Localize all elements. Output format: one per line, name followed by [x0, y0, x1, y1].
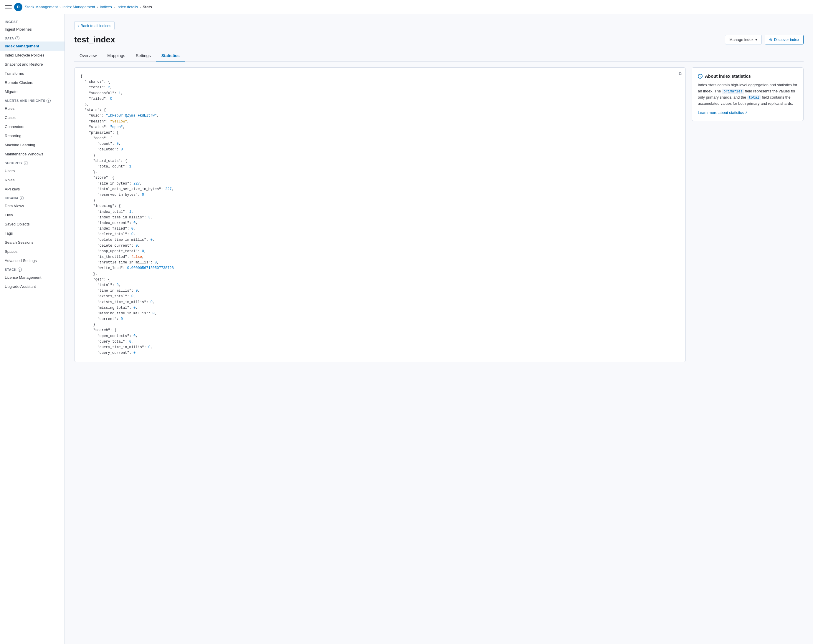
sidebar-section-stack: Stack i	[0, 265, 64, 273]
tabs: Overview Mappings Settings Statistics	[74, 50, 804, 61]
copy-icon: ⧉	[679, 71, 682, 76]
dropdown-chevron-icon: ▾	[755, 37, 757, 42]
sidebar-section-alerts: Alerts and Insights i	[0, 96, 64, 104]
page-header: test_index Manage index ▾ ⊕ Discover ind…	[74, 35, 804, 44]
primaries-code: primaries	[722, 89, 744, 94]
tab-mappings[interactable]: Mappings	[102, 50, 130, 61]
sidebar-item-advanced-settings[interactable]: Advanced Settings	[0, 256, 64, 265]
sidebar: Ingest Ingest Pipelines Data i Index Man…	[0, 14, 65, 644]
info-panel: i About index statistics Index stats con…	[692, 67, 804, 121]
breadcrumb-stack-management[interactable]: Stack Management	[25, 5, 58, 9]
sidebar-section-data: Data i	[0, 34, 64, 41]
layout: Ingest Ingest Pipelines Data i Index Man…	[0, 14, 813, 644]
json-content: { "_shards": { "total": 2, "successful":…	[80, 73, 680, 356]
manage-index-button[interactable]: Manage index ▾	[725, 35, 762, 44]
info-panel-icon: i	[698, 74, 703, 79]
sidebar-item-ingest-pipelines[interactable]: Ingest Pipelines	[0, 25, 64, 34]
sidebar-item-snapshot-restore[interactable]: Snapshot and Restore	[0, 60, 64, 69]
breadcrumb-sep-3: ›	[114, 5, 115, 9]
breadcrumb-index-details[interactable]: Index details	[117, 5, 138, 9]
back-arrow-icon: ‹	[77, 23, 79, 28]
info-panel-title: i About index statistics	[698, 73, 798, 79]
sidebar-item-transforms[interactable]: Transforms	[0, 69, 64, 78]
sidebar-item-cases[interactable]: Cases	[0, 113, 64, 122]
tab-statistics[interactable]: Statistics	[156, 50, 185, 61]
sidebar-item-files[interactable]: Files	[0, 210, 64, 220]
sidebar-section-security: Security i	[0, 159, 64, 166]
sidebar-item-index-lifecycle[interactable]: Index Lifecycle Policies	[0, 50, 64, 60]
main-content: ‹ Back to all indices test_index Manage …	[65, 14, 813, 644]
info-panel-body: Index stats contain high-level aggregati…	[698, 82, 798, 107]
sidebar-item-upgrade-assistant[interactable]: Upgrade Assistant	[0, 282, 64, 291]
learn-more-link[interactable]: Learn more about statistics ↗	[698, 110, 748, 115]
sidebar-item-license-management[interactable]: License Management	[0, 273, 64, 282]
sidebar-item-connectors[interactable]: Connectors	[0, 122, 64, 131]
breadcrumb-sep-4: ›	[140, 5, 141, 9]
sidebar-item-reporting[interactable]: Reporting	[0, 131, 64, 141]
breadcrumb-indices[interactable]: Indices	[100, 5, 112, 9]
header-actions: Manage index ▾ ⊕ Discover index	[725, 35, 804, 44]
breadcrumb-stats: Stats	[143, 5, 152, 9]
json-panel: ⧉ { "_shards": { "total": 2, "successful…	[74, 67, 686, 362]
discover-index-button[interactable]: ⊕ Discover index	[765, 35, 804, 44]
top-nav: D Stack Management › Index Management › …	[0, 0, 813, 14]
sidebar-item-machine-learning[interactable]: Machine Learning	[0, 141, 64, 150]
sidebar-section-kibana: Kibana i	[0, 194, 64, 201]
copy-button[interactable]: ⧉	[679, 71, 682, 76]
alerts-info-icon: i	[46, 99, 51, 103]
sidebar-item-data-views[interactable]: Data Views	[0, 201, 64, 210]
hamburger-menu[interactable]	[5, 3, 12, 11]
data-info-icon: i	[15, 36, 20, 40]
security-info-icon: i	[24, 161, 28, 165]
sidebar-item-tags[interactable]: Tags	[0, 229, 64, 238]
back-to-indices-button[interactable]: ‹ Back to all indices	[74, 21, 115, 30]
discover-icon: ⊕	[769, 37, 772, 42]
sidebar-item-search-sessions[interactable]: Search Sessions	[0, 238, 64, 247]
tab-overview[interactable]: Overview	[74, 50, 102, 61]
breadcrumb-sep-2: ›	[97, 5, 98, 9]
total-code: total	[747, 95, 761, 100]
tab-settings[interactable]: Settings	[130, 50, 156, 61]
avatar[interactable]: D	[14, 3, 22, 11]
external-link-icon: ↗	[745, 111, 748, 115]
breadcrumb: Stack Management › Index Management › In…	[25, 5, 152, 9]
sidebar-item-remote-clusters[interactable]: Remote Clusters	[0, 78, 64, 87]
sidebar-item-spaces[interactable]: Spaces	[0, 247, 64, 256]
sidebar-item-index-management[interactable]: Index Management	[0, 41, 64, 50]
page-title: test_index	[74, 35, 115, 44]
sidebar-section-ingest: Ingest	[0, 18, 64, 25]
sidebar-item-rules[interactable]: Rules	[0, 104, 64, 113]
content-grid: ⧉ { "_shards": { "total": 2, "successful…	[74, 67, 804, 362]
sidebar-item-saved-objects[interactable]: Saved Objects	[0, 220, 64, 229]
sidebar-item-maintenance-windows[interactable]: Maintenance Windows	[0, 150, 64, 159]
stack-info-icon: i	[18, 268, 22, 272]
breadcrumb-index-management[interactable]: Index Management	[63, 5, 95, 9]
breadcrumb-sep-1: ›	[60, 5, 61, 9]
sidebar-item-migrate[interactable]: Migrate	[0, 87, 64, 96]
sidebar-item-users[interactable]: Users	[0, 166, 64, 176]
sidebar-item-api-keys[interactable]: API keys	[0, 185, 64, 194]
kibana-info-icon: i	[20, 196, 24, 200]
sidebar-item-roles[interactable]: Roles	[0, 176, 64, 185]
